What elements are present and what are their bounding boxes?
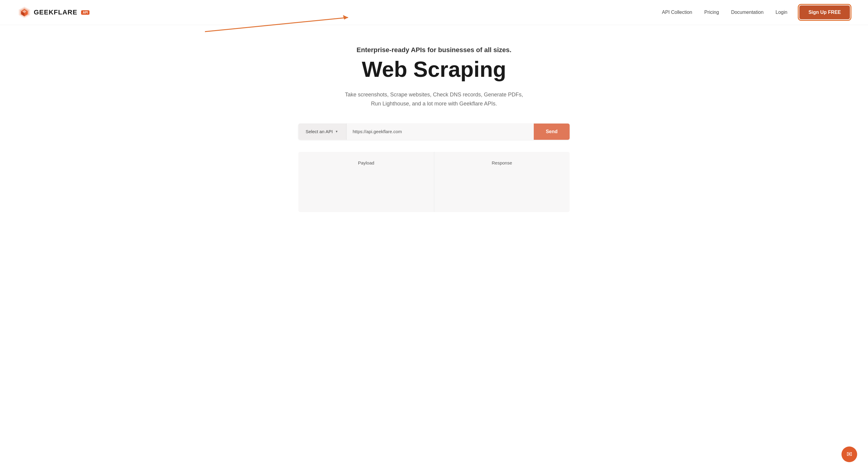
hero-subtitle: Enterprise-ready APIs for businesses of … bbox=[6, 46, 862, 54]
chevron-down-icon: ▼ bbox=[335, 130, 338, 133]
nav-documentation[interactable]: Documentation bbox=[731, 10, 764, 15]
api-url-input[interactable] bbox=[347, 124, 534, 140]
select-api-label: Select an API bbox=[306, 129, 333, 134]
payload-label: Payload bbox=[358, 160, 374, 165]
header: GEEKFLARE API API Collection Pricing Doc… bbox=[0, 0, 868, 25]
hero-title: Web Scraping bbox=[6, 58, 862, 81]
geekflare-logo-icon bbox=[18, 6, 31, 19]
logo-text: GEEKFLARE bbox=[34, 8, 78, 16]
signup-button[interactable]: Sign Up FREE bbox=[799, 5, 850, 19]
chat-bubble-button[interactable]: ✉ bbox=[841, 446, 857, 462]
nav-pricing[interactable]: Pricing bbox=[704, 10, 719, 15]
logo-area: GEEKFLARE API bbox=[18, 6, 90, 19]
send-button[interactable]: Send bbox=[534, 124, 569, 140]
select-api-dropdown[interactable]: Select an API ▼ bbox=[299, 124, 347, 140]
response-panel: Response bbox=[434, 152, 570, 212]
payload-panel: Payload bbox=[299, 152, 434, 212]
main-nav: API Collection Pricing Documentation Log… bbox=[662, 5, 850, 19]
nav-login[interactable]: Login bbox=[775, 10, 787, 15]
api-bar: Select an API ▼ Send bbox=[299, 124, 569, 140]
hero-section: Enterprise-ready APIs for businesses of … bbox=[0, 25, 868, 224]
nav-api-collection[interactable]: API Collection bbox=[662, 10, 692, 15]
response-label: Response bbox=[492, 160, 512, 165]
payload-response-container: Payload Response bbox=[299, 152, 569, 212]
api-badge: API bbox=[81, 10, 90, 15]
chat-icon: ✉ bbox=[846, 450, 852, 458]
svg-marker-3 bbox=[343, 15, 348, 20]
hero-description: Take screenshots, Scrape websites, Check… bbox=[341, 90, 527, 108]
